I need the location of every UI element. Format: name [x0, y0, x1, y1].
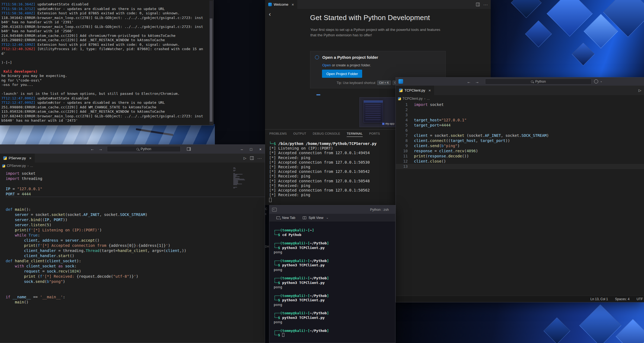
open-link[interactable]: Open	[322, 63, 331, 67]
text-segment: .	[56, 254, 58, 258]
text-segment: handle_client	[15, 259, 45, 263]
account-icon[interactable]	[594, 79, 598, 83]
text-segment: response	[414, 149, 432, 153]
text-segment: ,))	[180, 248, 186, 253]
text-segment: ((	[40, 218, 44, 222]
prompt-segment: )-[	[304, 228, 310, 232]
status-encoding[interactable]: UTF	[637, 297, 643, 301]
maximize-icon[interactable]: □	[250, 147, 252, 151]
text-segment: if	[6, 295, 10, 299]
text-segment: bind	[31, 218, 40, 222]
prompt-segment: ]	[327, 294, 329, 298]
text-segment: (	[44, 259, 47, 263]
titlebar[interactable]: ← → Python – □ ×	[0, 145, 265, 154]
titlebar[interactable]: ← → Python ⌄	[396, 77, 644, 86]
split-editor-icon[interactable]	[250, 156, 254, 160]
status-cursor-position[interactable]: Ln 13, Col 1	[591, 297, 608, 301]
command-text: cd Pythob	[282, 233, 301, 237]
minimap-line	[233, 167, 235, 168]
panel-tab-debug-console[interactable]: DEBUG CONSOLE	[313, 132, 340, 137]
search-input[interactable]: Python	[485, 79, 592, 85]
walkthrough-thumbnail[interactable]: my-app	[359, 97, 396, 127]
tab-welcome[interactable]: Welcome ×	[265, 0, 298, 9]
titlebar[interactable]: >_ Python : zsh	[269, 205, 395, 214]
text-segment: print	[24, 274, 35, 279]
minimap[interactable]	[233, 166, 247, 189]
back-arrow-icon[interactable]: ←	[467, 79, 471, 84]
layout-icon[interactable]	[187, 147, 191, 151]
split-view-button[interactable]: Split View ⌄	[303, 216, 329, 220]
text-segment: socket	[20, 171, 36, 176]
minimap-line	[233, 188, 235, 188]
open-project-folder-button[interactable]: Open Project Folder	[322, 70, 362, 78]
text-segment: =	[58, 238, 65, 242]
text-segment: (	[44, 223, 47, 227]
panel-tab-problems[interactable]: PROBLEMS	[269, 132, 287, 137]
back-arrow-icon[interactable]: ←	[90, 147, 94, 151]
scrollbar-thumb[interactable]	[210, 18, 212, 122]
tab-label: PServer.py	[9, 156, 26, 160]
code-editor[interactable]: 1import socket2 3 4target_host="127.0.0.…	[396, 102, 644, 169]
text-segment: [*] Accepted connection from 127.0.0.1:5…	[269, 179, 370, 183]
text-segment: 118.301642:ERROR:browser_main_loop.cc(27…	[1, 16, 203, 20]
run-button[interactable]: ▷	[244, 156, 246, 160]
thumbnail-window-graphic	[364, 100, 383, 122]
close-icon[interactable]: ×	[292, 2, 294, 7]
panel-tab-ports[interactable]: PORTS	[369, 132, 380, 137]
radio-button[interactable]	[315, 55, 319, 59]
log-line: 7T12:12:47.009Z] update#ctor - updates a…	[1, 101, 208, 105]
text-segment: he binary you may be expecting.	[1, 74, 67, 78]
text-segment: 4096	[467, 149, 476, 153]
text-segment: 115.050326:ERROR:atom_cache.cc(229)] Add…	[1, 109, 165, 114]
text-segment	[276, 141, 278, 146]
code-editor[interactable]: import socketimport threading IP = "127.…	[0, 171, 265, 305]
search-input[interactable]: Python	[107, 146, 181, 152]
close-icon[interactable]: ×	[29, 156, 32, 160]
back-chevron-icon[interactable]: ‹	[269, 11, 271, 18]
chevron-down-icon[interactable]: ⌄	[600, 80, 602, 83]
new-tab-button[interactable]: New Tab	[276, 216, 295, 220]
stylus-shape	[136, 128, 173, 136]
status-indentation[interactable]: Spaces: 4	[615, 297, 629, 301]
text-segment: =	[439, 118, 441, 122]
run-button[interactable]: ▷	[639, 88, 641, 92]
breadcrumb[interactable]: CPServer.py › ...	[0, 163, 265, 169]
code-line: server.listen(5)	[6, 222, 265, 228]
minimap-line	[233, 168, 236, 169]
shell-output[interactable]: ┌──(tommy@kali)-[~]└─$ cd Pythob┌──(tomm…	[274, 228, 394, 342]
tab-tcpclient[interactable]: TCPClient.py ×	[396, 86, 434, 95]
log-output[interactable]: 7T11:58:16.364Z] update#setState disable…	[1, 2, 208, 124]
tab-tcpserver[interactable]: PServer.py ×	[0, 154, 35, 163]
text-segment: [*] Listening on (IP):(PORT)	[269, 146, 333, 150]
step-indicator[interactable]	[316, 94, 320, 95]
prompt-segment: ]	[327, 329, 329, 333]
panel-tab-terminal[interactable]: TERMINAL	[347, 132, 363, 137]
forward-arrow-icon[interactable]: →	[475, 79, 479, 84]
breadcrumb[interactable]: TCPClient.py › ...	[396, 95, 644, 102]
text-segment: ,	[49, 218, 54, 222]
minimize-icon[interactable]: –	[241, 147, 243, 151]
text-segment: :	[63, 295, 65, 299]
qterminal-window: >_ Python : zsh New Tab Split View ⌄ ┌──…	[269, 205, 396, 343]
text-segment: IP	[6, 187, 10, 191]
text-segment: :	[38, 233, 40, 237]
text-segment: server	[65, 238, 79, 242]
forward-arrow-icon[interactable]: →	[98, 147, 103, 151]
code-line: 9client.send(b"ping")	[396, 143, 644, 148]
code-line: print (f'[*] Received: {request.decode("…	[6, 274, 265, 279]
prompt-segment: └─$	[274, 246, 282, 250]
log-line: )-[~]	[1, 60, 208, 65]
text-segment	[6, 300, 15, 304]
text-segment: socket	[52, 212, 65, 217]
text-segment: {request.decode(	[76, 274, 113, 279]
split-editor-icon[interactable]	[476, 3, 480, 6]
close-icon[interactable]: ×	[429, 88, 431, 93]
more-actions-icon[interactable]: ···	[483, 2, 488, 7]
minimap-line	[233, 175, 237, 175]
close-icon[interactable]: ×	[259, 147, 262, 151]
log-line	[1, 87, 208, 92]
panel-tab-output[interactable]: OUTPUT	[293, 132, 306, 137]
text-segment: main	[15, 207, 24, 212]
more-actions-icon[interactable]: ···	[257, 156, 262, 160]
code-line	[6, 284, 265, 289]
